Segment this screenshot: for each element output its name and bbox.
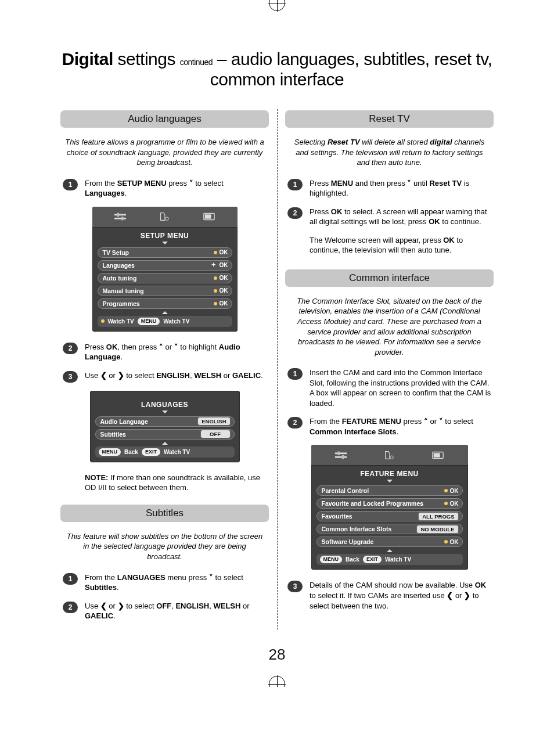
menu-row-tv-setup: TV SetupOK [98,247,232,258]
subtitles-step-2: 2 Use ❮ or ❯ to select OFF, ENGLISH, WEL… [60,601,269,621]
reset-step-3: The Welcome screen will appear, press OK… [285,235,494,255]
svg-point-4 [166,217,169,221]
menu-row-manual-tuning: Manual tuningOK [98,286,232,296]
down-icon: ˅ [439,417,443,426]
reset-step-2: 2 Press OK to select. A screen will appe… [285,207,494,227]
menu-row-upgrade: Software UpgradeOK [316,537,463,547]
down-icon: ˅ [189,179,193,188]
page-title: Digital settings continued – audio langu… [52,49,502,89]
audio-intro: This feature allows a programme or film … [65,137,264,168]
tab-settings-icon [331,448,351,462]
setup-menu-title: SETUP MENU [98,228,232,247]
setup-menu-footer: Watch TV MENUWatch TV [98,316,232,327]
svg-rect-0 [114,214,126,216]
setup-menu-screenshot: SETUP MENU TV SetupOK LanguagesOK Auto t… [92,207,238,332]
left-icon: ❮ [100,602,107,610]
reset-intro: Selecting Reset TV will delete all store… [290,137,489,168]
audio-note: NOTE: If more than one soundtrack is ava… [85,473,265,493]
right-icon: ❯ [118,602,124,610]
common-step-1: 1 Insert the CAM and card into the Commo… [285,368,494,408]
menu-row-auto-tuning: Auto tuningOK [98,273,232,283]
left-icon: ❮ [447,591,453,600]
menu-row-favourites: FavouritesALL PROGS [316,511,463,521]
up-icon: ˄ [159,343,163,351]
common-step-3: 3 Details of the CAM should now be avail… [285,580,494,611]
svg-point-11 [390,456,394,459]
crop-mark-top [268,0,286,12]
down-icon: ˅ [209,573,213,582]
languages-menu-title: LANGUAGES [95,397,235,416]
right-icon: ❯ [118,371,124,380]
menu-row-programmes: ProgrammesOK [98,298,232,309]
section-subtitles: Subtitles [60,505,269,522]
section-reset-tv: Reset TV [285,110,494,128]
languages-menu-footer: MENUBack EXITWatch TV [95,447,235,458]
menu-row-fav-locked: Favourite and Locked ProgrammesOK [316,498,463,509]
tab-settings-icon [110,210,130,224]
menu-row-subtitles: SubtitlesOFF [95,429,235,440]
tab-tv-icon [428,448,448,462]
audio-step-3: 3 Use ❮ or ❯ to select ENGLISH, WELSH or… [60,370,269,383]
feature-menu-screenshot: FEATURE MENU Parental ControlOK Favourit… [311,445,468,570]
right-icon: ❯ [464,591,470,600]
feature-menu-footer: MENUBack EXITWatch TV [316,554,463,565]
tab-tv-icon [199,210,219,224]
subtitles-step-1: 1 From the LANGUAGES menu press ˅ to sel… [60,573,269,593]
menu-row-ci-slots: Common Interface SlotsNO MODULE [316,524,463,534]
left-icon: ❮ [100,371,107,380]
left-column: Audio languages This feature allows a pr… [52,107,277,629]
svg-rect-2 [117,213,119,217]
audio-step-1: 1 From the SETUP MENU press ˅ to select … [60,178,269,199]
common-intro: The Common Interface Slot, situated on t… [290,296,489,357]
reset-step-1: 1 Press MENU and then press ˅ until Rese… [285,178,494,199]
svg-rect-13 [433,453,440,457]
column-divider [277,109,278,629]
languages-menu-screenshot: LANGUAGES Audio LanguageENGLISH Subtitle… [90,391,240,462]
menu-row-languages: LanguagesOK [98,260,232,271]
right-column: Reset TV Selecting Reset TV will delete … [277,107,502,629]
menu-row-audio-language: Audio LanguageENGLISH [95,416,235,427]
feature-menu-title: FEATURE MENU [316,466,463,485]
tab-feature-icon [154,210,174,224]
svg-rect-8 [335,456,347,458]
step-number: 1 [63,179,78,190]
tab-feature-icon [379,448,399,462]
subtitles-intro: This feature will show subtitles on the … [65,531,264,562]
audio-step-2: 2 Press OK, then press ˄ or ˅ to highlig… [60,342,269,362]
svg-rect-1 [114,218,126,219]
down-icon: ˅ [174,343,178,351]
section-audio-languages: Audio languages [60,110,269,128]
up-icon: ˄ [424,417,428,426]
menu-row-parental: Parental ControlOK [316,485,463,496]
svg-rect-7 [335,452,347,454]
svg-rect-6 [205,215,211,219]
svg-rect-3 [121,217,124,220]
svg-rect-10 [342,455,344,459]
section-common-interface: Common interface [285,269,494,287]
page-number: 28 [52,646,502,664]
crop-mark-bottom [268,675,286,687]
common-step-2: 2 From the FEATURE MENU press ˄ or ˅ to … [285,416,494,437]
svg-rect-9 [338,452,340,455]
